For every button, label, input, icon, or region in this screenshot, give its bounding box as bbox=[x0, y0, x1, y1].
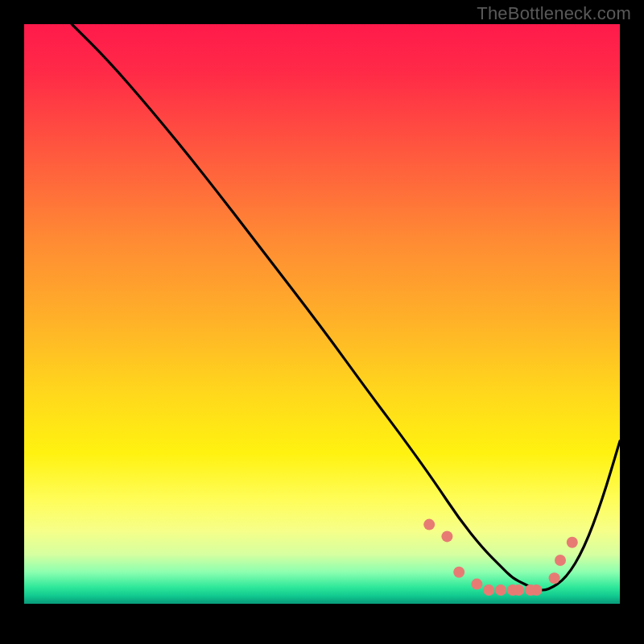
marker-dot bbox=[423, 519, 435, 530]
marker-dot bbox=[530, 584, 542, 596]
marker-dot bbox=[483, 584, 494, 596]
marker-dots bbox=[423, 519, 578, 596]
watermark-text: TheBottleneck.com bbox=[477, 3, 631, 24]
chart-overlay bbox=[24, 24, 620, 620]
marker-dot bbox=[513, 584, 524, 596]
marker-dot bbox=[441, 530, 452, 542]
chart-frame: TheBottleneck.com bbox=[0, 0, 644, 644]
marker-dot bbox=[495, 584, 506, 596]
marker-dot bbox=[471, 579, 482, 590]
marker-dot bbox=[453, 567, 464, 578]
marker-dot bbox=[567, 537, 578, 548]
marker-dot bbox=[549, 572, 560, 584]
plot-area bbox=[24, 24, 620, 620]
curve-line bbox=[72, 24, 620, 590]
marker-dot bbox=[555, 555, 566, 566]
